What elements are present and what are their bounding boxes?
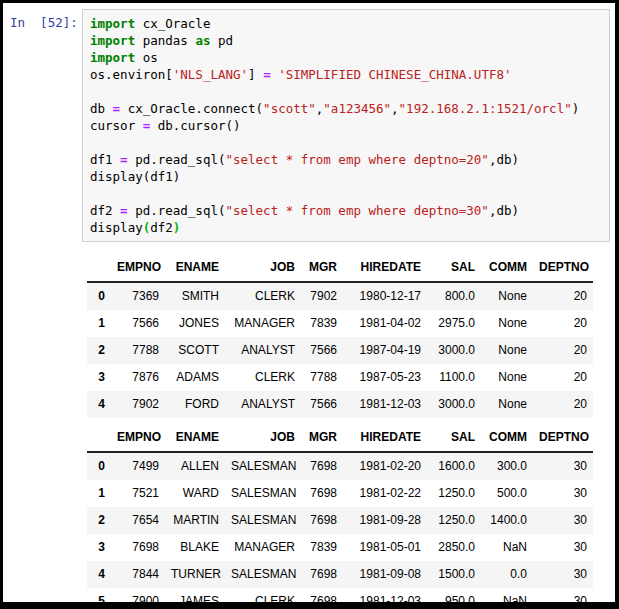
table-row: 47844TURNERSALESMAN76981981-09-081500.00… bbox=[87, 561, 593, 588]
table-cell: 1981-02-20 bbox=[343, 452, 427, 480]
column-header: EMPNO bbox=[111, 254, 165, 282]
table-cell: 7788 bbox=[301, 364, 343, 391]
table-cell: ANALYST bbox=[225, 337, 301, 364]
table-cell: 7499 bbox=[111, 452, 165, 480]
table-cell: 7839 bbox=[301, 534, 343, 561]
table-row: 47902FORDANALYST75661981-12-033000.0None… bbox=[87, 391, 593, 418]
table-cell: 7521 bbox=[111, 480, 165, 507]
table-cell: SALESMAN bbox=[225, 507, 301, 534]
table-cell: 300.0 bbox=[481, 452, 533, 480]
column-header: HIREDATE bbox=[343, 254, 427, 282]
table-cell: 7369 bbox=[111, 282, 165, 310]
table-cell: 1987-05-23 bbox=[343, 364, 427, 391]
column-header: COMM bbox=[481, 424, 533, 452]
column-header bbox=[87, 424, 111, 452]
input-prompt: In [52]: bbox=[3, 9, 82, 30]
table-row: 07369SMITHCLERK79021980-12-17800.0None20 bbox=[87, 282, 593, 310]
code-line: df1 = pd.read_sql("select * from emp whe… bbox=[90, 151, 602, 168]
column-header: MGR bbox=[301, 424, 343, 452]
table-cell: 7566 bbox=[301, 337, 343, 364]
table-cell: 7566 bbox=[301, 391, 343, 418]
table-cell: SCOTT bbox=[165, 337, 225, 364]
table-cell: 1981-09-08 bbox=[343, 561, 427, 588]
table-cell: 7654 bbox=[111, 507, 165, 534]
table-row: 07499ALLENSALESMAN76981981-02-201600.030… bbox=[87, 452, 593, 480]
table-cell: SALESMAN bbox=[225, 561, 301, 588]
table-cell: 800.0 bbox=[427, 282, 481, 310]
code-line: import os bbox=[90, 49, 602, 66]
table-cell: None bbox=[481, 364, 533, 391]
row-index: 4 bbox=[87, 391, 111, 418]
column-header: MGR bbox=[301, 254, 343, 282]
table-cell: CLERK bbox=[225, 588, 301, 609]
column-header: DEPTNO bbox=[533, 254, 593, 282]
table-cell: SALESMAN bbox=[225, 452, 301, 480]
table-row: 37698BLAKEMANAGER78391981-05-012850.0NaN… bbox=[87, 534, 593, 561]
table-cell: 1981-02-22 bbox=[343, 480, 427, 507]
table-cell: 500.0 bbox=[481, 480, 533, 507]
row-index: 3 bbox=[87, 534, 111, 561]
code-cell: In [52]: import cx_Oracleimport pandas a… bbox=[3, 3, 615, 242]
row-index: 5 bbox=[87, 588, 111, 609]
table-cell: None bbox=[481, 310, 533, 337]
table-cell: ALLEN bbox=[165, 452, 225, 480]
table-cell: SMITH bbox=[165, 282, 225, 310]
table-cell: 1981-12-03 bbox=[343, 588, 427, 609]
table-cell: 1981-12-03 bbox=[343, 391, 427, 418]
column-header: SAL bbox=[427, 424, 481, 452]
table-cell: MANAGER bbox=[225, 310, 301, 337]
table-row: 57900JAMESCLERK76981981-12-03950.0NaN30 bbox=[87, 588, 593, 609]
table-cell: 1981-09-28 bbox=[343, 507, 427, 534]
table-cell: 30 bbox=[533, 480, 593, 507]
table-cell: ANALYST bbox=[225, 391, 301, 418]
table-cell: 7900 bbox=[111, 588, 165, 609]
table-cell: SALESMAN bbox=[225, 480, 301, 507]
table-cell: CLERK bbox=[225, 364, 301, 391]
column-header: DEPTNO bbox=[533, 424, 593, 452]
row-index: 1 bbox=[87, 480, 111, 507]
table-cell: 7566 bbox=[111, 310, 165, 337]
code-line: os.environ['NLS_LANG'] = 'SIMPLIFIED CHI… bbox=[90, 66, 602, 83]
column-header bbox=[87, 254, 111, 282]
table-cell: 7698 bbox=[301, 480, 343, 507]
table-cell: 950.0 bbox=[427, 588, 481, 609]
table-cell: 7902 bbox=[111, 391, 165, 418]
table-cell: CLERK bbox=[225, 282, 301, 310]
table-cell: 20 bbox=[533, 282, 593, 310]
table-cell: 1981-04-02 bbox=[343, 310, 427, 337]
row-index: 0 bbox=[87, 282, 111, 310]
code-line: db = cx_Oracle.connect("scott","a123456"… bbox=[90, 100, 602, 117]
code-line bbox=[90, 185, 602, 202]
code-line bbox=[90, 83, 602, 100]
table-row: 27788SCOTTANALYST75661987-04-193000.0Non… bbox=[87, 337, 593, 364]
row-index: 2 bbox=[87, 337, 111, 364]
column-header: EMPNO bbox=[111, 424, 165, 452]
code-line: import cx_Oracle bbox=[90, 15, 602, 32]
code-editor[interactable]: import cx_Oracleimport pandas as pdimpor… bbox=[82, 9, 610, 242]
table-cell: NaN bbox=[481, 588, 533, 609]
table-cell: 1600.0 bbox=[427, 452, 481, 480]
code-line: display(df1) bbox=[90, 168, 602, 185]
table-header-row: EMPNOENAMEJOBMGRHIREDATESALCOMMDEPTNO bbox=[87, 254, 593, 282]
column-header: ENAME bbox=[165, 424, 225, 452]
table-cell: 1981-05-01 bbox=[343, 534, 427, 561]
table-cell: 7698 bbox=[301, 452, 343, 480]
table-cell: 30 bbox=[533, 507, 593, 534]
table-cell: 7698 bbox=[301, 588, 343, 609]
column-header: JOB bbox=[225, 254, 301, 282]
table-cell: JAMES bbox=[165, 588, 225, 609]
table-cell: TURNER bbox=[165, 561, 225, 588]
table-cell: 2850.0 bbox=[427, 534, 481, 561]
row-index: 2 bbox=[87, 507, 111, 534]
table-cell: 1100.0 bbox=[427, 364, 481, 391]
table-cell: 7902 bbox=[301, 282, 343, 310]
output-area: EMPNOENAMEJOBMGRHIREDATESALCOMMDEPTNO073… bbox=[3, 254, 615, 609]
table-cell: 1250.0 bbox=[427, 480, 481, 507]
notebook-frame: In [52]: import cx_Oracleimport pandas a… bbox=[0, 0, 619, 609]
table-cell: 1250.0 bbox=[427, 507, 481, 534]
code-content: import cx_Oracleimport pandas as pdimpor… bbox=[90, 15, 602, 236]
table-cell: WARD bbox=[165, 480, 225, 507]
row-index: 1 bbox=[87, 310, 111, 337]
row-index: 0 bbox=[87, 452, 111, 480]
table-cell: 1987-04-19 bbox=[343, 337, 427, 364]
